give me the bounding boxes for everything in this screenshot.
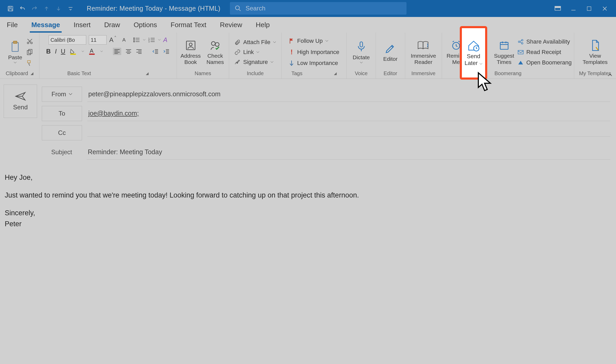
- svg-point-26: [215, 43, 219, 46]
- send-later-button[interactable]: Send Later: [462, 32, 485, 74]
- svg-rect-13: [27, 61, 30, 63]
- font-size-input[interactable]: [89, 35, 107, 45]
- underline-icon[interactable]: U: [61, 48, 65, 55]
- svg-rect-33: [518, 50, 523, 54]
- group-label-names: Names: [195, 70, 211, 76]
- tab-file[interactable]: File: [5, 18, 19, 32]
- dictate-button[interactable]: Dictate: [350, 37, 373, 68]
- send-button[interactable]: Send: [4, 85, 37, 118]
- check-names-button[interactable]: Check Names: [204, 37, 227, 68]
- tab-review[interactable]: Review: [218, 18, 244, 32]
- group-names: Address Book Check Names Names: [177, 33, 229, 79]
- view-templates-button[interactable]: View Templates: [578, 37, 612, 68]
- chevron-down-icon[interactable]: [158, 39, 161, 41]
- undo-icon[interactable]: [19, 5, 26, 12]
- chevron-down-icon: [325, 40, 328, 42]
- bold-icon[interactable]: B: [46, 48, 51, 55]
- svg-rect-29: [500, 43, 508, 50]
- numbering-icon[interactable]: 123: [148, 37, 155, 43]
- signature-icon: [234, 59, 241, 65]
- tab-draw[interactable]: Draw: [103, 18, 122, 32]
- chevron-down-icon[interactable]: [82, 50, 84, 52]
- send-icon: [14, 92, 26, 101]
- align-left-icon[interactable]: [113, 48, 121, 55]
- grow-font-icon[interactable]: A^: [109, 36, 113, 44]
- font-name-input[interactable]: [49, 35, 86, 45]
- tab-insert[interactable]: Insert: [72, 18, 92, 32]
- group-label-basic-text: Basic Text: [67, 70, 91, 76]
- paste-button[interactable]: Paste: [6, 37, 24, 68]
- save-icon[interactable]: [7, 5, 14, 12]
- message-body[interactable]: Hey Joe, Just wanted to remind you that …: [0, 162, 616, 240]
- low-importance-button[interactable]: Low Importance: [289, 60, 339, 67]
- to-value[interactable]: joe@baydin.com;: [87, 106, 610, 121]
- align-center-icon[interactable]: [125, 49, 132, 54]
- chevron-down-icon[interactable]: [143, 39, 146, 41]
- arrow-up-icon: [43, 5, 50, 12]
- suggest-times-button[interactable]: Suggest Times: [492, 37, 516, 68]
- read-receipt-button[interactable]: Read Receipt: [518, 49, 572, 56]
- format-painter-icon[interactable]: [26, 60, 33, 67]
- search-box[interactable]: [230, 2, 406, 15]
- quick-access-toolbar: [0, 5, 74, 12]
- font-color-icon[interactable]: A: [88, 48, 96, 55]
- flag-icon: [289, 38, 294, 44]
- body-line: Hey Joe,: [5, 172, 611, 183]
- search-input[interactable]: [245, 4, 402, 12]
- launcher-icon[interactable]: ◢: [31, 71, 33, 75]
- svg-text:3: 3: [148, 40, 150, 43]
- group-voice: Dictate Voice: [347, 33, 376, 79]
- high-importance-button[interactable]: ! High Importance: [289, 48, 339, 56]
- share-icon: [518, 39, 524, 45]
- tab-format-text[interactable]: Format Text: [169, 18, 208, 32]
- highlight-icon[interactable]: [69, 48, 77, 55]
- subject-value[interactable]: Reminder: Meeting Today: [87, 145, 610, 160]
- qat-customize-icon[interactable]: [67, 5, 74, 12]
- collapse-ribbon-icon[interactable]: [608, 73, 612, 76]
- from-value[interactable]: peter@pineapplepizzalovers.onmicrosoft.c…: [87, 87, 610, 102]
- signature-button[interactable]: Signature: [234, 59, 276, 65]
- cc-button[interactable]: Cc: [42, 125, 82, 140]
- group-basic-text: A^ A 123 A B I U A: [39, 33, 177, 79]
- from-button[interactable]: From: [42, 87, 82, 102]
- follow-up-button[interactable]: Follow Up: [289, 38, 339, 44]
- outdent-icon[interactable]: [152, 49, 159, 54]
- tab-help[interactable]: Help: [254, 18, 271, 32]
- bullets-icon[interactable]: [133, 37, 140, 43]
- chevron-down-icon[interactable]: [100, 50, 103, 52]
- clear-format-icon[interactable]: A: [163, 36, 167, 44]
- group-clipboard: Paste Clipboard◢: [0, 33, 39, 79]
- group-label-tags: Tags: [291, 70, 302, 76]
- shrink-font-icon[interactable]: A: [122, 37, 126, 43]
- indent-icon[interactable]: [163, 49, 170, 54]
- svg-point-24: [189, 43, 192, 46]
- editor-button[interactable]: Editor: [379, 37, 402, 68]
- maximize-icon[interactable]: [586, 5, 592, 12]
- link-button[interactable]: Link: [234, 49, 276, 56]
- italic-icon[interactable]: I: [55, 48, 57, 55]
- launcher-icon[interactable]: ◢: [146, 71, 149, 75]
- share-availability-button[interactable]: Share Availability: [518, 38, 572, 45]
- ribbon: Paste Clipboard◢ A^ A 123: [0, 33, 616, 79]
- svg-point-14: [133, 38, 134, 39]
- tab-options[interactable]: Options: [132, 18, 159, 32]
- align-right-icon[interactable]: [136, 49, 142, 54]
- address-book-label: Address Book: [179, 53, 202, 65]
- launcher-icon[interactable]: ◢: [334, 71, 337, 75]
- tab-message[interactable]: Message: [30, 18, 62, 32]
- to-button[interactable]: To: [42, 106, 82, 121]
- cc-value[interactable]: [87, 129, 610, 137]
- cut-icon[interactable]: [26, 38, 33, 45]
- clipboard-icon: [9, 41, 21, 53]
- exclaim-icon: !: [289, 48, 294, 56]
- copy-icon[interactable]: [26, 49, 33, 56]
- open-boomerang-button[interactable]: Open Boomerang: [518, 59, 572, 66]
- attach-file-button[interactable]: Attach File: [234, 39, 276, 46]
- minimize-icon[interactable]: [570, 5, 577, 12]
- close-icon[interactable]: [601, 5, 608, 12]
- immersive-reader-button[interactable]: Immersive Reader: [408, 37, 439, 68]
- svg-point-15: [133, 39, 134, 40]
- svg-rect-6: [587, 7, 591, 10]
- address-book-button[interactable]: Address Book: [179, 37, 202, 68]
- ribbon-display-icon[interactable]: [554, 5, 561, 12]
